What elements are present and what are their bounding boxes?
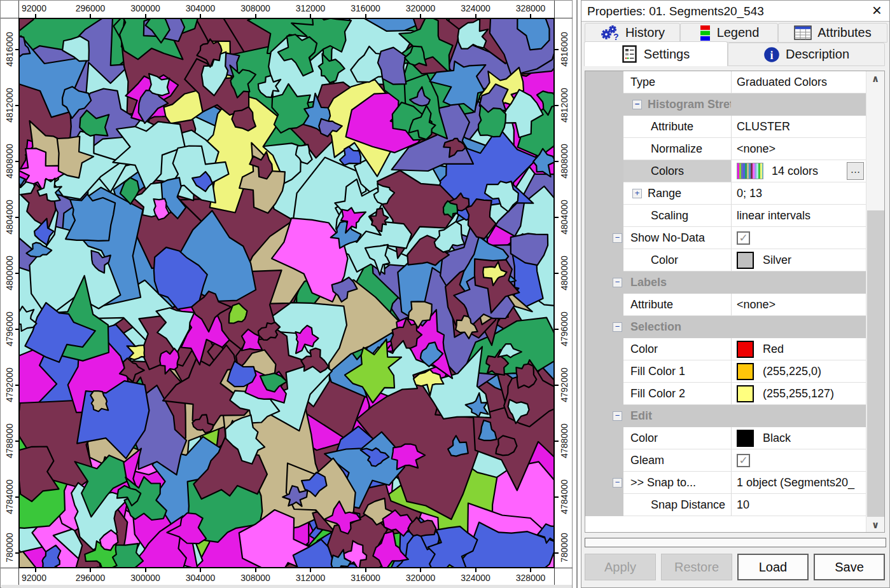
- axis-label: 316000: [338, 573, 393, 583]
- color-swatch[interactable]: [737, 363, 754, 380]
- row-gutter: [585, 71, 623, 93]
- collapse-box-icon[interactable]: −: [613, 233, 622, 243]
- axis-tick: [554, 105, 559, 106]
- row-value: Red: [763, 343, 784, 356]
- load-button[interactable]: Load: [737, 554, 809, 580]
- setting-row-range[interactable]: +Range0; 13: [585, 182, 866, 205]
- setting-row-color[interactable]: ColorSilver: [585, 249, 866, 271]
- axis-tick: [35, 568, 36, 572]
- tab-history[interactable]: ?History: [585, 23, 680, 43]
- axis-label: 4792000: [5, 363, 15, 407]
- axis-label: 304000: [173, 573, 228, 583]
- row-value: CLUSTER: [737, 120, 790, 133]
- axis-tick: [365, 14, 366, 18]
- axis-tick: [530, 568, 531, 572]
- setting-row-color[interactable]: ColorBlack: [585, 427, 866, 449]
- row-value-cell[interactable]: Silver: [731, 249, 866, 271]
- setting-row-fill-color-1[interactable]: Fill Color 1(255,225,0): [585, 360, 866, 383]
- axis-tick: [420, 14, 421, 18]
- ellipsis-button[interactable]: …: [847, 162, 864, 180]
- axis-tick: [255, 568, 256, 572]
- color-swatch[interactable]: [737, 430, 754, 447]
- scroll-down-button[interactable]: ∨: [866, 517, 884, 532]
- color-swatch[interactable]: [737, 341, 754, 358]
- axis-tick: [35, 14, 36, 18]
- row-value-cell[interactable]: (255,225,0): [731, 360, 866, 383]
- row-label-cell: Snap Distance: [623, 494, 731, 516]
- scroll-up-button[interactable]: ∧: [866, 71, 884, 86]
- axis-label: 324000: [448, 573, 503, 583]
- setting-row-color[interactable]: ColorRed: [585, 338, 866, 360]
- row-value: <none>: [737, 142, 775, 156]
- row-value-cell[interactable]: 10: [731, 494, 866, 516]
- row-label: Color: [630, 432, 658, 445]
- vertical-scrollbar[interactable]: ∧ ∨: [866, 71, 884, 532]
- row-value-cell[interactable]: 0; 13: [731, 182, 866, 205]
- checkbox[interactable]: ✓: [737, 454, 750, 467]
- setting-row-colors[interactable]: Colors14 colors…: [585, 160, 866, 182]
- row-value-cell[interactable]: Black: [731, 427, 866, 449]
- color-ramp-swatch[interactable]: [737, 163, 763, 179]
- svg-text:i: i: [770, 48, 773, 61]
- setting-row-type[interactable]: TypeGraduated Colors: [585, 71, 866, 93]
- setting-row-normalize[interactable]: Normalize<none>: [585, 138, 866, 160]
- tab-legend[interactable]: Legend: [680, 23, 778, 43]
- collapse-box-icon[interactable]: −: [613, 478, 622, 488]
- row-value-cell[interactable]: CLUSTER: [731, 116, 866, 138]
- row-value-cell[interactable]: Graduated Colors: [731, 71, 866, 93]
- setting-row-snap-distance[interactable]: Snap Distance10: [585, 494, 866, 516]
- setting-row-gleam[interactable]: Gleam✓: [585, 449, 866, 472]
- axis-tick: [420, 568, 421, 572]
- row-gutter: [585, 360, 623, 383]
- save-button[interactable]: Save: [814, 554, 885, 580]
- collapse-box-icon[interactable]: −: [613, 322, 622, 332]
- row-gutter: [585, 116, 623, 138]
- color-swatch[interactable]: [737, 252, 754, 269]
- row-label-cell: Labels: [623, 271, 731, 294]
- group-row-labels[interactable]: −Labels: [585, 271, 866, 294]
- setting-row-attribute[interactable]: AttributeCLUSTER: [585, 116, 866, 138]
- axis-label: 92000: [22, 4, 46, 13]
- tab-description[interactable]: iDescription: [728, 43, 885, 66]
- group-row-edit[interactable]: −Edit: [585, 405, 866, 427]
- tab-settings[interactable]: Settings: [584, 41, 728, 66]
- collapse-box-icon[interactable]: −: [632, 100, 642, 109]
- axis-tick: [554, 496, 559, 498]
- row-value-cell[interactable]: Red: [731, 338, 866, 360]
- setting-row-show-no-data[interactable]: −Show No-Data✓: [585, 227, 866, 249]
- row-label-cell: Selection: [623, 316, 731, 338]
- group-row-histogram-stretch[interactable]: −Histogram Stretch: [585, 93, 866, 116]
- row-gutter: [585, 449, 623, 472]
- axis-label: 780000: [5, 526, 15, 570]
- expand-box-icon[interactable]: +: [632, 189, 642, 198]
- collapse-box-icon[interactable]: −: [613, 411, 622, 421]
- axis-tick: [15, 441, 20, 442]
- checkbox[interactable]: ✓: [737, 231, 750, 245]
- history-icon: ?: [600, 24, 620, 41]
- tab-label: Legend: [717, 25, 760, 40]
- row-value-cell[interactable]: <none>: [731, 294, 866, 316]
- row-value-cell[interactable]: ✓: [731, 227, 866, 249]
- collapse-box-icon[interactable]: −: [613, 278, 622, 287]
- row-value-cell[interactable]: <none>: [731, 138, 866, 160]
- row-value-cell[interactable]: ✓: [731, 449, 866, 472]
- segmentation-map-canvas[interactable]: [20, 19, 553, 567]
- axis-corner-line-left: [18, 1, 19, 588]
- row-gutter: [585, 93, 623, 116]
- row-value-cell[interactable]: 1 object (Segments20_: [731, 472, 866, 494]
- pane-splitter[interactable]: [576, 0, 578, 588]
- setting-row-snap-to[interactable]: −>> Snap to...1 object (Segments20_: [585, 472, 866, 494]
- row-value-cell[interactable]: 14 colors…: [731, 160, 866, 182]
- group-row-selection[interactable]: −Selection: [585, 316, 866, 338]
- setting-row-fill-color-2[interactable]: Fill Color 2(255,255,127): [585, 383, 866, 405]
- scrollbar-thumb[interactable]: [867, 210, 884, 517]
- row-value-cell[interactable]: (255,255,127): [731, 383, 866, 405]
- tab-attributes[interactable]: Attributes: [778, 23, 887, 43]
- row-gutter: −: [585, 472, 623, 494]
- axis-label: 304000: [173, 4, 228, 13]
- close-icon[interactable]: ×: [872, 1, 882, 20]
- setting-row-scaling[interactable]: Scalinglinear intervals: [585, 205, 866, 227]
- row-value-cell[interactable]: linear intervals: [731, 205, 866, 227]
- setting-row-attribute[interactable]: Attribute<none>: [585, 294, 866, 316]
- color-swatch[interactable]: [737, 385, 754, 402]
